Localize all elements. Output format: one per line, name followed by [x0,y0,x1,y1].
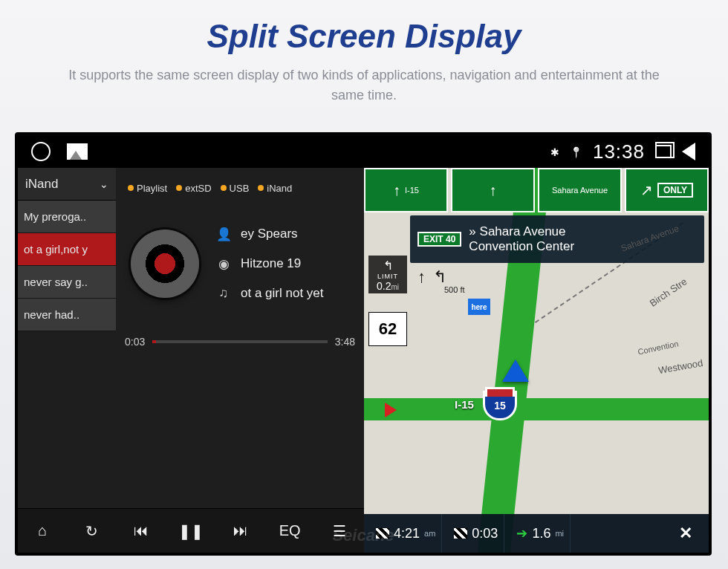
arrival-ampm: am [424,529,435,538]
maneuver-box: ↰ LIMIT 0.2mi [368,256,407,293]
maneuver-distance: 0.2 [377,280,391,292]
dot-icon [258,185,264,191]
here-logo: here [468,299,490,315]
map-road [364,398,709,420]
maneuver-unit: mi [391,283,399,291]
lane-arrow-icon: ↰ [433,267,446,287]
arrival-time: 4:21 [394,526,420,542]
exit-badge: EXIT 40 [417,232,461,247]
back-icon[interactable] [682,143,695,160]
flag-icon [376,528,389,539]
dot-icon [221,185,227,191]
home-button[interactable]: ⌂ [22,522,63,539]
source-tab-label: iNand [267,183,292,194]
bluetooth-icon [550,144,559,160]
trip-elapsed: 0:03 [472,526,498,542]
source-dropdown[interactable]: iNand ⌄ [18,168,116,201]
trip-distance-unit: mi [555,529,564,538]
page-subtitle: It supports the same screen display of t… [0,65,728,105]
route-arrow-icon: ➔ [516,525,527,542]
distance-marker: 500 ft [444,285,465,294]
arrival-time-cell[interactable]: 4:21 am [370,514,442,553]
page-title: Split Screen Display [0,0,728,55]
progress-slider[interactable] [152,340,328,343]
gallery-icon[interactable] [67,143,88,160]
track-item[interactable]: My preroga.. [18,201,116,233]
turn-arrow-icon: ↰ [368,259,407,273]
lane-sign: ↑ [451,168,535,212]
music-player-pane: iNand ⌄ My preroga.. ot a girl,not y nev… [18,168,364,553]
album-art-disc [131,230,199,298]
circle-icon[interactable] [31,142,51,161]
artist-name: ey Spears [241,227,298,241]
lane-signs: ↑I-15 ↑ Sahara Avenue ↗ONLY [364,168,709,212]
highway-shield-icon: 15 [483,391,517,420]
nav-bottom-bar: 4:21 am 0:03 ➔ 1.6 mi ✕ [364,514,709,553]
song-name: ot a girl not yet [241,286,324,301]
trip-distance-cell[interactable]: ➔ 1.6 mi [510,514,571,553]
vehicle-cursor-icon [502,360,529,382]
album-icon: ◉ [215,256,232,272]
pause-button[interactable]: ❚❚ [170,522,212,540]
only-badge: ONLY [657,183,693,198]
source-tab-inand[interactable]: iNand [255,183,295,194]
trip-time-cell[interactable]: 0:03 [448,514,504,553]
clock: 13:38 [593,140,645,163]
playlist-column: iNand ⌄ My preroga.. ot a girl,not y nev… [18,168,116,553]
source-tab-label: extSD [185,183,211,194]
navigation-pane: ↑I-15 ↑ Sahara Avenue ↗ONLY EXIT 40 » Sa… [364,168,709,553]
source-selected-label: iNand [25,177,58,192]
device-frame: 13:38 iNand ⌄ My preroga.. ot a girl,not… [15,132,712,556]
location-icon [570,144,582,160]
recent-apps-icon[interactable] [655,145,672,158]
close-button[interactable]: ✕ [673,514,703,553]
lane-guidance: ↑ ↰ [417,267,446,287]
chevron-down-icon: ⌄ [100,178,108,190]
exit-dest-line1: » Sahara Avenue [469,224,574,239]
track-item[interactable]: never had.. [18,299,116,331]
repeat-button[interactable]: ↻ [71,522,113,540]
highway-label: I-15 [405,186,419,195]
street-label: Sahara Avenue [552,186,608,195]
next-button[interactable]: ⏭ [220,522,261,539]
lane-sign-only: ↗ONLY [625,168,709,212]
song-icon: ♫ [215,285,232,302]
artist-icon: 👤 [215,226,232,242]
time-duration: 3:48 [335,336,355,348]
lane-sign: ↑I-15 [364,168,448,212]
player-controls: ⌂ ↻ ⏮ ❚❚ ⏭ EQ ☰ [18,508,364,553]
dot-icon [128,185,134,191]
eq-button[interactable]: EQ [269,522,311,539]
exit-dest-line2: Convention Center [469,239,574,254]
source-tab-extsd[interactable]: extSD [173,183,214,194]
merge-arrow-icon: ↗ [640,181,653,199]
source-tab-label: USB [230,183,250,194]
dot-icon [176,185,182,191]
source-tab-label: Playlist [137,183,167,194]
source-tab-usb[interactable]: USB [218,183,253,194]
lane-arrow-icon: ↑ [417,267,426,287]
track-item[interactable]: never say g.. [18,266,116,299]
highway-shield-label: I-15 [455,398,474,411]
up-arrow-icon: ↑ [393,182,400,199]
status-bar: 13:38 [18,135,709,168]
up-arrow-icon: ↑ [490,182,497,199]
time-elapsed: 0:03 [125,336,145,348]
album-name: Hitzone 19 [241,256,301,271]
red-marker-icon [385,403,397,417]
flag-icon [454,528,467,539]
speed-indicator: 62 [368,312,407,346]
source-tab-playlist[interactable]: Playlist [125,183,170,194]
prev-button[interactable]: ⏮ [120,522,162,539]
list-button[interactable]: ☰ [319,522,360,540]
lane-sign: Sahara Avenue [538,168,622,212]
limit-label: LIMIT [368,273,407,280]
track-item[interactable]: ot a girl,not y [18,233,116,266]
trip-distance: 1.6 [532,526,550,542]
source-tabs: Playlist extSD USB iNand [125,175,355,201]
